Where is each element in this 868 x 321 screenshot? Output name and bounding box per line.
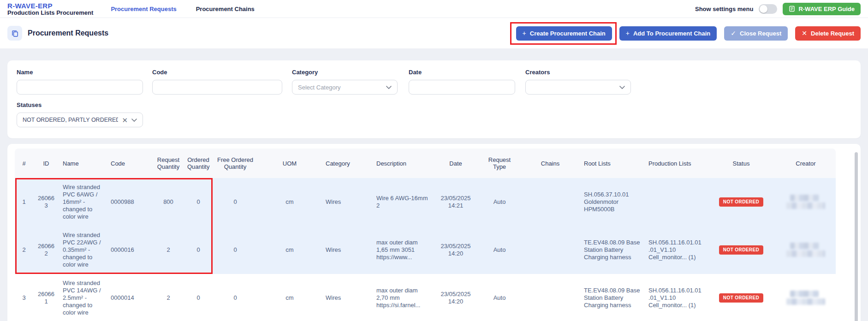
erp-guide-button[interactable]: R-WAVE ERP Guide bbox=[783, 3, 861, 15]
cell-production-lists: SH.056.11.16.01.01.01_V1.10 Cell_monitor… bbox=[645, 226, 707, 274]
toggle-knob-icon bbox=[760, 5, 767, 13]
tab-procurement-requests[interactable]: Procurement Requests bbox=[111, 6, 176, 12]
cell-request-quantity: 800 bbox=[153, 178, 184, 226]
creator-redacted bbox=[786, 194, 825, 210]
cell-name: Wire stranded PVC 14AWG / 2.5mm² - chang… bbox=[59, 274, 107, 321]
creators-filter-label: Creators bbox=[525, 69, 631, 76]
cell-request-type: Auto bbox=[479, 274, 520, 321]
category-placeholder: Select Category bbox=[298, 84, 382, 91]
close-request-label: Close Request bbox=[740, 30, 781, 37]
requests-table: #IDNameCodeRequest QuantityOrdered Quant… bbox=[15, 149, 836, 321]
cell-category: Wires bbox=[322, 178, 373, 226]
tab-procurement-chains[interactable]: Procurement Chains bbox=[196, 6, 255, 12]
code-filter-input[interactable] bbox=[152, 80, 282, 95]
column-header: Request Quantity bbox=[153, 149, 184, 178]
cell-uom: cm bbox=[257, 178, 322, 226]
toolbar-actions: + Create Procurement Chain + Add To Proc… bbox=[516, 26, 861, 41]
column-header: Root Lists bbox=[580, 149, 645, 178]
add-to-procurement-chain-button[interactable]: + Add To Procurement Chain bbox=[619, 26, 717, 41]
cell-description: max outer diam 2,70 mm https://si.farnel… bbox=[373, 274, 433, 321]
cell-chains bbox=[520, 226, 580, 274]
cell-num: 2 bbox=[15, 226, 33, 274]
cell-date: 23/05/2025 14:20 bbox=[433, 226, 479, 274]
clipboard-copy-icon bbox=[7, 26, 22, 41]
statuses-filter-value: NOT ORDERED, PARTLY ORDERED bbox=[23, 117, 118, 123]
cell-free-ordered-quantity: 0 bbox=[213, 226, 257, 274]
cell-status: NOT ORDERED bbox=[707, 226, 776, 274]
cell-uom: cm bbox=[257, 226, 322, 274]
table-row[interactable]: 2 260662 Wire stranded PVC 22AWG / 0.35m… bbox=[15, 226, 836, 274]
cell-status: NOT ORDERED bbox=[707, 178, 776, 226]
vertical-scrollbar[interactable] bbox=[855, 152, 858, 321]
requests-table-body: 1 260663 Wire stranded PVC 6AWG / 16mm² … bbox=[15, 178, 836, 321]
close-request-button[interactable]: ✓ Close Request bbox=[724, 26, 788, 41]
column-header: Request Type bbox=[479, 149, 520, 178]
cell-date: 23/05/2025 14:21 bbox=[433, 178, 479, 226]
name-filter-input[interactable] bbox=[17, 80, 143, 95]
clear-icon[interactable]: ✕ bbox=[122, 117, 128, 124]
cell-id: 260663 bbox=[33, 178, 59, 226]
cell-category: Wires bbox=[322, 226, 373, 274]
cell-root-lists: TE.EV48.08.09 Base Station Battery Charg… bbox=[580, 274, 645, 321]
cell-ordered-quantity: 0 bbox=[184, 178, 213, 226]
category-filter-select[interactable]: Select Category bbox=[292, 80, 398, 95]
delete-request-label: Delete Request bbox=[811, 30, 854, 37]
date-filter-input[interactable] bbox=[409, 80, 515, 95]
column-header: Creator bbox=[776, 149, 836, 178]
chevron-down-icon bbox=[386, 86, 392, 89]
statuses-filter-label: Statuses bbox=[17, 101, 143, 108]
column-header: Status bbox=[707, 149, 776, 178]
cell-request-quantity: 2 bbox=[153, 274, 184, 321]
column-header: # bbox=[15, 149, 33, 178]
filters-panel: Name Code Category Select Category Date … bbox=[7, 60, 861, 138]
check-icon: ✓ bbox=[731, 30, 736, 36]
cell-chains bbox=[520, 274, 580, 321]
cell-ordered-quantity: 0 bbox=[184, 274, 213, 321]
cell-category: Wires bbox=[322, 274, 373, 321]
cell-num: 1 bbox=[15, 178, 33, 226]
cell-name: Wire stranded PVC 22AWG / 0.35mm² - chan… bbox=[59, 226, 107, 274]
cell-code: 0000016 bbox=[107, 226, 153, 274]
status-badge: NOT ORDERED bbox=[719, 293, 763, 303]
settings-toggle[interactable] bbox=[759, 4, 777, 14]
erp-guide-button-label: R-WAVE ERP Guide bbox=[798, 6, 855, 12]
table-row[interactable]: 1 260663 Wire stranded PVC 6AWG / 16mm² … bbox=[15, 178, 836, 226]
column-header: Production Lists bbox=[645, 149, 707, 178]
delete-request-button[interactable]: ✕ Delete Request bbox=[795, 26, 861, 41]
cell-request-type: Auto bbox=[479, 178, 520, 226]
cell-free-ordered-quantity: 0 bbox=[213, 274, 257, 321]
date-filter-label: Date bbox=[409, 69, 515, 76]
cell-name: Wire stranded PVC 6AWG / 16mm² - changed… bbox=[59, 178, 107, 226]
cell-creator bbox=[776, 178, 836, 226]
cell-date: 23/05/2025 14:20 bbox=[433, 274, 479, 321]
app-subtitle: Production Lists Procurement bbox=[7, 10, 93, 17]
plus-icon: + bbox=[523, 30, 526, 36]
add-to-procurement-chain-label: Add To Procurement Chain bbox=[633, 30, 710, 37]
cell-description: max outer diam 1,65 mm 3051 https://www.… bbox=[373, 226, 433, 274]
category-filter-label: Category bbox=[292, 69, 398, 76]
column-header: Description bbox=[373, 149, 433, 178]
cell-id: 260661 bbox=[33, 274, 59, 321]
settings-toggle-label: Show settings menu bbox=[695, 6, 753, 12]
topbar-right: Show settings menu R-WAVE ERP Guide bbox=[695, 3, 861, 15]
table-header-row: #IDNameCodeRequest QuantityOrdered Quant… bbox=[15, 149, 836, 178]
statuses-filter-select[interactable]: NOT ORDERED, PARTLY ORDERED ✕ bbox=[17, 113, 143, 127]
cell-production-lists: SH.056.11.16.01.01.01_V1.10 Cell_monitor… bbox=[645, 274, 707, 321]
creator-redacted bbox=[786, 290, 825, 306]
creators-filter-select[interactable] bbox=[525, 80, 631, 95]
create-procurement-chain-label: Create Procurement Chain bbox=[530, 30, 606, 37]
table-row[interactable]: 3 260661 Wire stranded PVC 14AWG / 2.5mm… bbox=[15, 274, 836, 321]
cell-uom: cm bbox=[257, 274, 322, 321]
cell-request-type: Auto bbox=[479, 226, 520, 274]
status-badge: NOT ORDERED bbox=[719, 245, 763, 255]
creator-redacted bbox=[786, 242, 825, 258]
cell-production-lists bbox=[645, 178, 707, 226]
status-badge: NOT ORDERED bbox=[719, 197, 763, 207]
book-icon bbox=[789, 6, 795, 12]
cell-code: 0000988 bbox=[107, 178, 153, 226]
column-header: Date bbox=[433, 149, 479, 178]
page-title: Procurement Requests bbox=[28, 29, 108, 37]
app-brand: R-WAVE-ERP bbox=[7, 2, 93, 10]
column-header: ID bbox=[33, 149, 59, 178]
create-procurement-chain-button[interactable]: + Create Procurement Chain bbox=[516, 26, 612, 41]
